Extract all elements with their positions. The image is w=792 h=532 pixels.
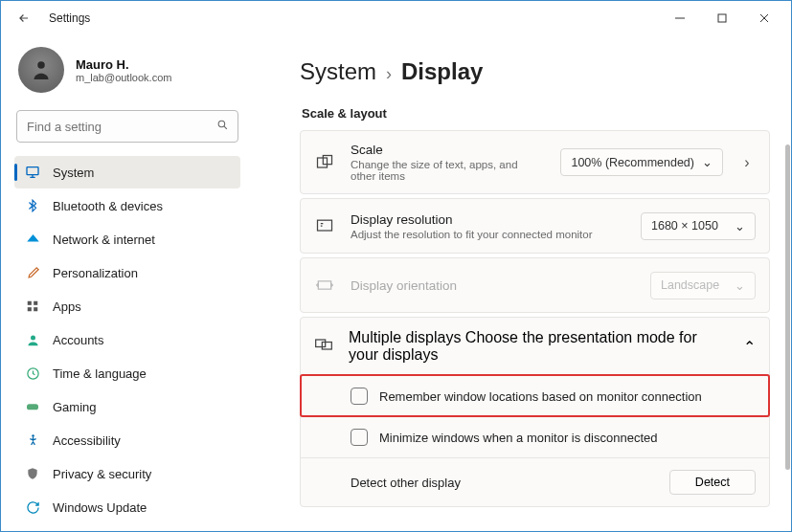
row-minimize-disconnect[interactable]: Minimize windows when a monitor is disco… xyxy=(301,416,769,457)
profile-block[interactable]: Mauro H. m_lab@outlook.com xyxy=(14,41,240,106)
resolution-dropdown[interactable]: 1680 × 1050 ⌄ xyxy=(641,212,756,240)
nav-item-network[interactable]: Network & internet xyxy=(14,223,240,255)
dropdown-value: Landscape xyxy=(661,278,719,292)
minimize-button[interactable] xyxy=(659,5,701,32)
search-input[interactable] xyxy=(16,110,238,143)
nav-item-bluetooth[interactable]: Bluetooth & devices xyxy=(14,189,240,222)
orientation-icon xyxy=(314,275,335,296)
maximize-button[interactable] xyxy=(701,5,743,32)
row-remember-locations[interactable]: Remember window locations based on monit… xyxy=(301,375,769,416)
nav-label: Time & language xyxy=(53,366,147,381)
section-scale-layout: Scale & layout xyxy=(302,106,770,121)
profile-name: Mauro H. xyxy=(76,57,171,72)
window-title: Settings xyxy=(49,11,90,25)
card-title: Multiple displays xyxy=(349,329,461,345)
clock-icon xyxy=(24,365,41,382)
card-title: Scale xyxy=(351,143,545,157)
chevron-down-icon: ⌄ xyxy=(702,155,713,169)
update-icon xyxy=(24,499,41,516)
resolution-icon xyxy=(314,215,335,236)
svg-rect-10 xyxy=(27,404,38,410)
chevron-down-icon: ⌄ xyxy=(735,219,745,233)
svg-rect-3 xyxy=(27,167,38,175)
card-title: Display resolution xyxy=(351,212,625,227)
svg-point-1 xyxy=(37,61,45,69)
card-orientation: Display orientation Landscape ⌄ xyxy=(300,257,770,313)
breadcrumb: System › Display xyxy=(300,58,770,85)
chevron-right-icon: › xyxy=(386,64,392,84)
chevron-up-icon[interactable]: ⌃ xyxy=(743,338,756,356)
card-resolution[interactable]: Display resolution Adjust the resolution… xyxy=(300,198,770,254)
detect-button[interactable]: Detect xyxy=(669,470,756,495)
breadcrumb-parent[interactable]: System xyxy=(300,58,376,85)
sidebar: Mauro H. m_lab@outlook.com System Blueto… xyxy=(1,35,250,532)
svg-rect-14 xyxy=(318,220,332,231)
scale-dropdown[interactable]: 100% (Recommended) ⌄ xyxy=(560,148,723,176)
svg-rect-12 xyxy=(318,158,328,167)
row-label: Minimize windows when a monitor is disco… xyxy=(379,431,657,445)
row-detect-display: Detect other display Detect xyxy=(301,457,769,506)
person-icon xyxy=(24,331,41,348)
scrollbar[interactable] xyxy=(785,144,790,470)
svg-point-2 xyxy=(218,121,225,127)
apps-icon xyxy=(24,298,41,315)
nav-item-accessibility[interactable]: Accessibility xyxy=(14,424,240,456)
orientation-dropdown: Landscape ⌄ xyxy=(650,272,756,299)
search-box xyxy=(16,110,238,143)
nav-item-privacy[interactable]: Privacy & security xyxy=(14,457,240,490)
card-subtitle: Change the size of text, apps, and other… xyxy=(351,159,545,182)
svg-rect-16 xyxy=(316,340,326,347)
dropdown-value: 1680 × 1050 xyxy=(651,219,718,233)
nav-item-apps[interactable]: Apps xyxy=(14,290,240,322)
nav-label: Gaming xyxy=(53,400,97,414)
display-icon xyxy=(24,164,41,181)
svg-rect-17 xyxy=(322,343,331,350)
svg-rect-7 xyxy=(34,307,37,311)
nav-item-gaming[interactable]: Gaming xyxy=(14,390,240,423)
chevron-right-icon[interactable]: › xyxy=(738,154,756,171)
nav-item-system[interactable]: System xyxy=(14,156,240,188)
row-label: Detect other display xyxy=(351,476,658,490)
nav-label: Windows Update xyxy=(53,500,147,515)
card-subtitle: Adjust the resolution to fit your connec… xyxy=(351,229,625,240)
nav-item-accounts[interactable]: Accounts xyxy=(14,323,240,356)
checkbox-remember[interactable] xyxy=(351,388,368,405)
nav-item-time-language[interactable]: Time & language xyxy=(14,357,240,389)
multi-display-icon xyxy=(314,335,333,358)
accessibility-icon xyxy=(24,432,41,449)
card-scale[interactable]: Scale Change the size of text, apps, and… xyxy=(300,130,770,194)
nav-list: System Bluetooth & devices Network & int… xyxy=(14,156,240,523)
dropdown-value: 100% (Recommended) xyxy=(571,156,694,169)
profile-email: m_lab@outlook.com xyxy=(76,72,171,83)
multi-displays-header[interactable]: Multiple displays Choose the presentatio… xyxy=(301,318,769,375)
breadcrumb-current: Display xyxy=(401,58,483,85)
svg-rect-0 xyxy=(718,14,726,22)
nav-label: Apps xyxy=(53,299,81,314)
nav-item-personalization[interactable]: Personalization xyxy=(14,256,240,289)
svg-rect-6 xyxy=(28,307,32,311)
gamepad-icon xyxy=(24,398,41,415)
nav-label: System xyxy=(53,166,94,180)
scale-icon xyxy=(314,152,335,173)
wifi-icon xyxy=(24,231,41,248)
shield-icon xyxy=(24,465,41,482)
chevron-down-icon: ⌄ xyxy=(735,278,745,293)
row-label: Remember window locations based on monit… xyxy=(379,389,702,404)
checkbox-minimize[interactable] xyxy=(351,429,368,446)
main-panel: System › Display Scale & layout Scale Ch… xyxy=(250,35,791,532)
svg-rect-15 xyxy=(318,281,330,289)
nav-label: Bluetooth & devices xyxy=(53,199,163,213)
avatar xyxy=(18,47,64,93)
search-icon xyxy=(216,119,229,134)
nav-label: Network & internet xyxy=(53,233,155,247)
nav-item-windows-update[interactable]: Windows Update xyxy=(14,491,240,523)
nav-label: Accounts xyxy=(53,333,103,347)
nav-label: Personalization xyxy=(53,266,138,280)
close-button[interactable] xyxy=(743,5,785,32)
bluetooth-icon xyxy=(24,197,41,214)
card-title: Display orientation xyxy=(351,278,635,293)
titlebar: Settings xyxy=(1,1,791,35)
nav-label: Accessibility xyxy=(53,433,121,448)
svg-rect-4 xyxy=(28,301,32,305)
back-button[interactable] xyxy=(12,7,35,30)
